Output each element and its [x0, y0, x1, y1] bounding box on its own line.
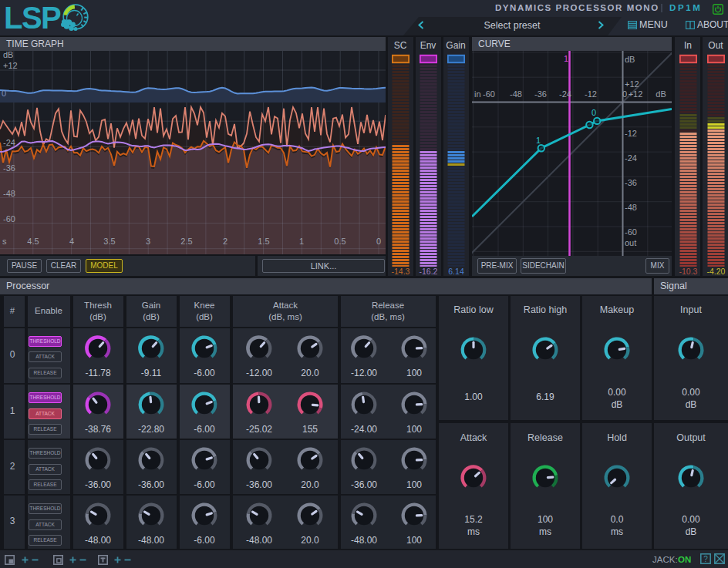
svg-text:LSP: LSP: [4, 1, 61, 34]
svg-text:?: ?: [703, 555, 708, 563]
